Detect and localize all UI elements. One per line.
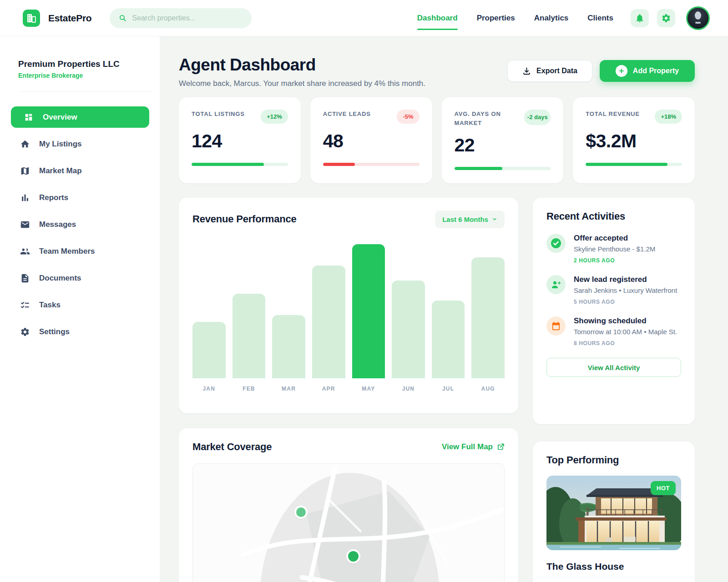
export-data-button[interactable]: Export Data: [507, 60, 592, 82]
search-input[interactable]: [132, 14, 244, 22]
settings-button[interactable]: [657, 9, 675, 27]
stat-progress: [455, 167, 551, 170]
user-plus-icon: [546, 275, 566, 294]
app-title: EstatePro: [48, 13, 91, 24]
sidebar-item-label: My Listings: [39, 140, 82, 149]
sidebar-item-market-map[interactable]: Market Map: [18, 160, 149, 181]
map-graphic: [193, 464, 505, 582]
top-performing-title: Top Performing: [546, 454, 681, 466]
activity-title: New lead registered: [574, 275, 677, 284]
notifications-button[interactable]: [631, 9, 649, 27]
sidebar-item-label: Messages: [39, 220, 76, 229]
chevron-down-icon: [492, 216, 497, 222]
axis-label: JUL: [432, 386, 465, 392]
axis-label: AUG: [471, 386, 505, 392]
building-icon: [26, 13, 37, 24]
stat-card-total-listings: TOTAL LISTINGS +12% 124: [179, 97, 301, 183]
nav-analytics[interactable]: Analytics: [534, 11, 569, 25]
hot-badge: HOT: [651, 481, 676, 495]
main-content: Agent Dashboard Welcome back, Marcus. Yo…: [160, 36, 728, 582]
revenue-bar-chart: [192, 244, 505, 378]
map-marker[interactable]: [296, 507, 306, 517]
bar-aug: [471, 257, 505, 378]
mail-icon: [20, 220, 30, 230]
bar-mar: [272, 315, 305, 378]
chart-title: Revenue Performance: [192, 213, 297, 225]
add-property-button[interactable]: Add Property: [600, 60, 695, 82]
sidebar-item-overview[interactable]: Overview: [11, 106, 149, 128]
stat-value: $3.2M: [586, 130, 682, 152]
axis-label: APR: [312, 386, 345, 392]
view-full-map-link[interactable]: View Full Map: [442, 442, 505, 452]
nav-properties[interactable]: Properties: [477, 11, 515, 25]
top-nav: Dashboard Properties Analytics Clients: [417, 11, 613, 25]
property-photo[interactable]: HOT: [546, 476, 681, 550]
stat-badge: +18%: [655, 110, 682, 124]
page-subtitle: Welcome back, Marcus. Your market share …: [179, 79, 425, 88]
bar-feb: [233, 294, 266, 378]
stat-value: 48: [323, 130, 420, 152]
activity-time: 2 HOURS AGO: [574, 257, 655, 264]
view-full-map-label: View Full Map: [442, 442, 493, 452]
chart-range-dropdown[interactable]: Last 6 Months: [435, 211, 505, 228]
sidebar-divider: [18, 91, 151, 92]
checklist-icon: [20, 300, 30, 310]
activity-subtitle: Skyline Penthouse - $1.2M: [574, 245, 655, 254]
document-icon: [20, 273, 30, 283]
view-all-activity-button[interactable]: View All Activity: [546, 358, 681, 377]
activity-subtitle: Sarah Jenkins • Luxury Waterfront: [574, 286, 677, 295]
sidebar-item-messages[interactable]: Messages: [18, 214, 149, 235]
bar-jun: [392, 281, 425, 378]
activity-time: 8 HOURS AGO: [574, 340, 677, 346]
person-icon: [691, 11, 705, 26]
activity-item-offer-accepted: Offer accepted Skyline Penthouse - $1.2M…: [546, 234, 681, 264]
sidebar-item-my-listings[interactable]: My Listings: [18, 133, 149, 155]
property-name: The Glass House: [546, 561, 681, 572]
bar-jan: [192, 322, 226, 378]
sidebar-item-team-members[interactable]: Team Members: [18, 241, 149, 262]
stat-value: 124: [192, 130, 288, 152]
search-bar[interactable]: [110, 8, 252, 28]
map-marker[interactable]: [348, 551, 359, 562]
search-icon: [119, 14, 126, 22]
plus-icon: [616, 65, 627, 77]
stat-label: TOTAL LISTINGS: [192, 110, 245, 119]
sidebar-item-label: Settings: [39, 327, 70, 336]
bar-may: [352, 244, 385, 378]
sidebar-menu: Overview My Listings Market Map Reports …: [18, 106, 149, 342]
stat-badge: -5%: [397, 110, 419, 124]
axis-label: FEB: [233, 386, 266, 392]
users-icon: [20, 246, 30, 256]
axis-label: JAN: [192, 386, 226, 392]
calendar-icon: [546, 316, 566, 336]
check-circle-icon: [546, 234, 566, 253]
stat-value: 22: [455, 135, 551, 156]
gear-icon: [661, 13, 671, 23]
sidebar-item-label: Documents: [39, 274, 81, 283]
nav-dashboard[interactable]: Dashboard: [417, 11, 458, 25]
market-coverage-card: Market Coverage View Full Map: [179, 428, 518, 582]
coverage-map[interactable]: [192, 463, 505, 582]
stat-label: ACTIVE LEADS: [323, 110, 371, 119]
bar-chart-icon: [20, 193, 30, 203]
sidebar-item-label: Market Map: [39, 166, 82, 176]
stats-row: TOTAL LISTINGS +12% 124 ACTIVE LEADS -5%…: [179, 97, 695, 183]
recent-activities-card: Recent Activities Offer accepted Skyline…: [533, 198, 695, 424]
nav-clients[interactable]: Clients: [587, 11, 613, 25]
sidebar-item-settings[interactable]: Settings: [18, 321, 149, 342]
sidebar-item-documents[interactable]: Documents: [18, 267, 149, 289]
top-header: EstatePro Dashboard Properties Analytics…: [0, 0, 728, 36]
stat-progress: [192, 163, 288, 166]
activity-subtitle: Tomorrow at 10:00 AM • Maple St.: [574, 327, 677, 336]
company-name: Premium Properties LLC: [18, 59, 149, 69]
sidebar: Premium Properties LLC Enterprise Broker…: [0, 36, 160, 582]
stat-card-active-leads: ACTIVE LEADS -5% 48: [310, 97, 432, 183]
sidebar-item-tasks[interactable]: Tasks: [18, 294, 149, 316]
stat-card-total-revenue: TOTAL REVENUE +18% $3.2M: [573, 97, 695, 183]
axis-label: JUN: [392, 386, 425, 392]
user-avatar[interactable]: [686, 6, 710, 30]
stat-label: AVG. DAYS ON MARKET: [455, 110, 523, 128]
activity-title: Showing scheduled: [574, 316, 677, 326]
download-icon: [522, 67, 531, 75]
sidebar-item-reports[interactable]: Reports: [18, 187, 149, 208]
